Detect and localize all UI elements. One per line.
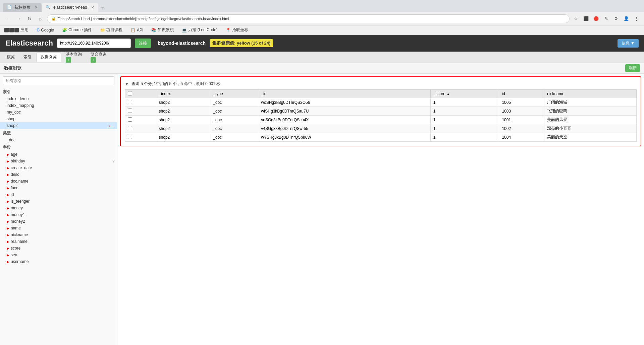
menu-icon[interactable]: ⋮ xyxy=(633,15,640,22)
field-username-label: username xyxy=(11,259,29,264)
bookmark-chrome-ext[interactable]: 🧩 Chrome 插件 xyxy=(61,26,93,33)
bookmark-apps-label: 应用 xyxy=(20,27,29,33)
tab-new-tab[interactable]: 📄 新标签页 ✕ xyxy=(3,3,42,12)
sidebar-item-field-nickname[interactable]: ▶ nickname xyxy=(0,231,117,238)
sidebar-item-shop2[interactable]: shop2 ← xyxy=(0,122,117,129)
back-button[interactable]: ← xyxy=(4,15,12,23)
tab-complex-query[interactable]: 复合查询 + xyxy=(87,50,111,64)
sidebar-item-field-money[interactable]: ▶ money xyxy=(0,205,117,211)
row-id: wISHg3kBg0DTnrQSau7U xyxy=(258,107,431,116)
sidebar-item-index-demo[interactable]: index_demo xyxy=(0,95,117,102)
extension-icon-4[interactable]: ⚙ xyxy=(612,15,620,22)
sidebar-item-field-money2[interactable]: ▶ money2 xyxy=(0,218,117,225)
field-arrow-nickname: ▶ xyxy=(7,233,9,237)
bookmark-knowledge[interactable]: 📚 知识累积 xyxy=(150,26,175,33)
sidebar-item-field-realname[interactable]: ▶ realname xyxy=(0,238,117,245)
tab-overview[interactable]: 概览 xyxy=(3,53,19,61)
sidebar-item-shop[interactable]: shop xyxy=(0,116,117,122)
profile-icon[interactable]: 👤 xyxy=(623,15,630,22)
bookmark-coords-label: 拾取坐标 xyxy=(232,27,248,33)
bookmark-api[interactable]: 📋 API xyxy=(129,27,145,33)
row-checkbox[interactable] xyxy=(128,126,132,130)
row-doc-id: 1001 xyxy=(499,116,544,124)
row-checkbox[interactable] xyxy=(128,117,132,122)
home-button[interactable]: ⌂ xyxy=(36,15,44,23)
extension-icon-1[interactable]: ⬛ xyxy=(582,15,590,22)
select-all-checkbox[interactable] xyxy=(128,91,132,95)
sidebar-item-field-score[interactable]: ▶ score xyxy=(0,245,117,252)
reload-button[interactable]: ↻ xyxy=(25,15,34,23)
url-bar[interactable]: 🔒 ElasticSearch Head | chrome-extension:… xyxy=(47,14,570,23)
sidebar-item-field-is-teenger[interactable]: ▶ is_teenger xyxy=(0,198,117,205)
sidebar-item-doc-type[interactable]: _doc xyxy=(0,137,117,143)
complex-query-plus-button[interactable]: + xyxy=(91,57,96,63)
sidebar-item-field-desc[interactable]: ▶ desc xyxy=(0,171,117,178)
sidebar-item-my-doc[interactable]: my_doc xyxy=(0,109,117,116)
refresh-button[interactable]: 刷新 xyxy=(625,64,640,72)
field-money2-label: money2 xyxy=(11,219,25,224)
th-index: _index xyxy=(156,90,210,98)
bookmark-project-label: 项目课程 xyxy=(106,27,122,33)
bookmarks-bar: ⬛⬛⬛ 应用 G Google 🧩 Chrome 插件 📁 项目课程 📋 API… xyxy=(0,25,644,35)
server-url-input[interactable] xyxy=(57,39,131,48)
browser-chrome: 📄 新标签页 ✕ 🔍 elasticsearch-head ✕ + ← → ↻ … xyxy=(0,0,644,35)
field-sex-label: sex xyxy=(11,253,17,257)
tab-index[interactable]: 索引 xyxy=(19,53,36,61)
sidebar-item-field-id[interactable]: ▶ id xyxy=(0,191,117,198)
row-checkbox[interactable] xyxy=(128,135,132,139)
bookmark-coords[interactable]: 📍 拾取坐标 xyxy=(224,26,250,33)
connect-button[interactable]: 连接 xyxy=(135,39,151,48)
sidebar-item-field-face[interactable]: ▶ face xyxy=(0,185,117,191)
extension-icon-3[interactable]: ✎ xyxy=(602,15,610,22)
row-id: v4SGg3kBg0DTnrQSw-55 xyxy=(258,124,431,133)
coords-icon: 📍 xyxy=(226,28,231,32)
shop2-label: shop2 xyxy=(7,123,18,128)
sidebar-item-field-username[interactable]: ▶ username xyxy=(0,258,117,265)
sidebar-item-field-doc-name[interactable]: ▶ doc.name xyxy=(0,178,117,185)
bookmark-project[interactable]: 📁 项目课程 xyxy=(99,26,124,33)
extension-icon-2[interactable]: 🔴 xyxy=(592,15,600,22)
tab-bar: 📄 新标签页 ✕ 🔍 elasticsearch-head ✕ + xyxy=(0,0,644,12)
sidebar-item-field-money1[interactable]: ▶ money1 xyxy=(0,211,117,218)
forward-button[interactable]: → xyxy=(15,15,23,23)
field-arrow-money2: ▶ xyxy=(7,220,9,223)
sidebar-item-field-sex[interactable]: ▶ sex xyxy=(0,252,117,258)
new-tab-button[interactable]: + xyxy=(98,3,108,12)
app-logo: Elasticsearch xyxy=(5,39,53,48)
row-score: 1 xyxy=(430,98,499,107)
result-box: ▼ 查询 5 个分片中用的 5 个，5 命中，耗时 0.001 秒 _index… xyxy=(120,76,641,146)
tab-es-head[interactable]: 🔍 elasticsearch-head ✕ xyxy=(42,3,98,12)
row-index: shop2 xyxy=(156,124,210,133)
tab-close-new[interactable]: ✕ xyxy=(35,5,38,10)
field-arrow-sex: ▶ xyxy=(7,253,9,257)
info-button[interactable]: 信息 ▼ xyxy=(618,39,639,48)
field-arrow-create-date: ▶ xyxy=(7,166,9,170)
health-badge: 集群健康值: yellow (15 of 24) xyxy=(210,39,273,47)
sidebar-item-field-create-date[interactable]: ▶ create_date xyxy=(0,164,117,171)
birthday-question-icon: ? xyxy=(112,159,114,163)
sidebar-item-field-age[interactable]: ▶ age xyxy=(0,151,117,158)
bookmark-star-icon[interactable]: ☆ xyxy=(572,15,580,22)
my-doc-label: my_doc xyxy=(7,110,21,115)
address-bar: ← → ↻ ⌂ 🔒 ElasticSearch Head | chrome-ex… xyxy=(0,12,644,25)
row-score: 1 xyxy=(430,124,499,133)
tab-data-browse[interactable]: 数据浏览 xyxy=(36,53,61,62)
row-checkbox[interactable] xyxy=(128,100,132,104)
sidebar-item-field-name[interactable]: ▶ name xyxy=(0,225,117,231)
bookmark-google[interactable]: G Google xyxy=(35,27,55,33)
collapse-button[interactable]: ▼ xyxy=(125,82,129,86)
bookmark-leetcode[interactable]: 💻 力扣 (LeetCode) xyxy=(180,26,219,33)
field-create-date-label: create_date xyxy=(11,165,32,170)
sidebar-item-field-birthday[interactable]: ▶ birthday ? xyxy=(0,158,117,164)
tab-close-es[interactable]: ✕ xyxy=(91,5,94,10)
basic-query-plus-button[interactable]: + xyxy=(66,57,71,63)
row-checkbox[interactable] xyxy=(128,109,132,113)
tab-basic-query[interactable]: 基本查询 + xyxy=(62,50,86,64)
search-input[interactable] xyxy=(3,76,114,85)
tab-index-label: 索引 xyxy=(23,55,32,59)
sidebar-item-index-mapping[interactable]: index_mapping xyxy=(0,102,117,109)
bookmark-api-label: API xyxy=(137,28,143,32)
th-score[interactable]: _score ▲ xyxy=(430,90,499,98)
bookmark-apps[interactable]: ⬛⬛⬛ 应用 xyxy=(3,26,30,33)
th-doc-id: id xyxy=(499,90,544,98)
